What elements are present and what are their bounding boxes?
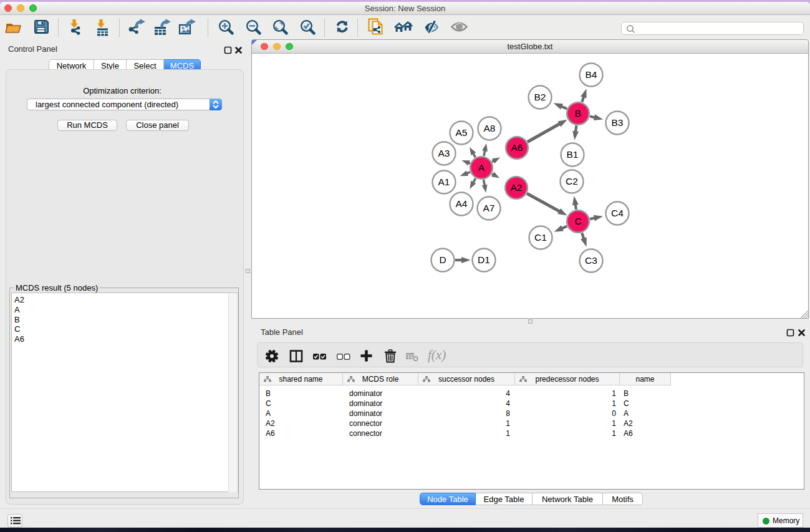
svg-text:B: B <box>575 108 581 118</box>
svg-text:C4: C4 <box>611 208 624 218</box>
svg-text:B1: B1 <box>567 149 579 160</box>
svg-text:A8: A8 <box>484 123 496 133</box>
svg-text:C2: C2 <box>566 176 578 186</box>
svg-text:B3: B3 <box>612 117 624 128</box>
svg-text:D: D <box>439 254 446 265</box>
svg-text:A6: A6 <box>511 142 523 153</box>
svg-text:A7: A7 <box>483 203 495 213</box>
svg-text:C: C <box>574 216 581 226</box>
svg-text:C3: C3 <box>585 255 597 266</box>
svg-text:D1: D1 <box>478 254 490 265</box>
svg-text:A3: A3 <box>438 148 450 158</box>
svg-text:B4: B4 <box>586 69 597 80</box>
svg-text:B2: B2 <box>534 92 546 102</box>
svg-text:A5: A5 <box>456 127 468 138</box>
svg-text:A: A <box>478 162 485 173</box>
svg-text:A1: A1 <box>438 177 450 187</box>
svg-text:A4: A4 <box>456 198 468 209</box>
svg-text:C1: C1 <box>534 232 547 243</box>
svg-text:A2: A2 <box>511 182 523 193</box>
